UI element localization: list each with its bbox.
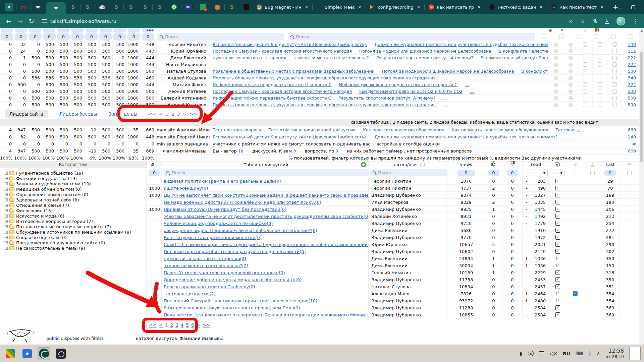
topic-link[interactable]: Должен ли журналист помогать или участво…: [375, 42, 548, 47]
leader-name[interactable]: Юрий Юрченко: [157, 48, 210, 54]
catalog-item[interactable]: +Законы и судебная система (10): [0, 181, 146, 186]
leaders-filter-input[interactable]: 0: [113, 33, 126, 41]
edit-check-icon[interactable]: ✓: [555, 221, 560, 226]
topic-link[interactable]: Должен ли журналист помогать или участво…: [375, 134, 558, 139]
edit-check-icon[interactable]: ✓: [555, 249, 560, 254]
leader-name[interactable]: Валерий Хотиненко: [157, 95, 210, 101]
browser-tab-4[interactable]: Якак написать гр✕: [425, 0, 485, 14]
row-checkbox[interactable]: [612, 82, 617, 87]
browser-tab-5[interactable]: Тест-кейс: задач✕: [485, 0, 547, 14]
filter-checkbox[interactable]: [629, 35, 633, 39]
edit-check-icon[interactable]: ✓: [555, 305, 560, 310]
catalog-item[interactable]: +Познавательные не научные вопросы (7): [0, 224, 146, 229]
discussion-link[interactable]: Я бы доказал квантовую запутанность прощ…: [164, 305, 300, 310]
topic-link[interactable]: …: [444, 75, 449, 80]
new-tab-button[interactable]: +: [613, 3, 619, 11]
radio-circle[interactable]: [569, 76, 573, 80]
last-link[interactable]: 669: [628, 148, 636, 154]
leaders-filter-input[interactable]: 0: [57, 33, 70, 41]
radio-circle[interactable]: [569, 103, 573, 107]
row-checkbox[interactable]: [612, 42, 617, 47]
expand-plus-icon[interactable]: +: [5, 215, 8, 218]
expand-plus-icon[interactable]: +: [5, 220, 8, 223]
catalog-item[interactable]: +Здоровье и познай себя (8): [0, 197, 146, 202]
catalog-item[interactable]: +Обсуждение источников по внешним ссылка…: [0, 229, 146, 235]
simplex-favicon[interactable]: [139, 1, 152, 13]
forward-button[interactable]: →: [17, 17, 23, 25]
topic-link[interactable]: Вспомогательный диспут 9 к диспуту «Анти…: [213, 134, 367, 139]
row-checkbox[interactable]: [598, 69, 602, 73]
leader-name[interactable]: Дима Ржевский: [157, 55, 210, 61]
row-checkbox[interactable]: [583, 103, 587, 107]
topic-link[interactable]: появление в общественных местах с призна…: [213, 69, 375, 74]
scrollbar-thumb[interactable]: [640, 52, 643, 162]
row-checkbox[interactable]: [583, 89, 587, 94]
row-checkbox[interactable]: [598, 62, 602, 67]
tab-search-chevron-icon[interactable]: ∨: [3, 1, 15, 13]
leaders-filter-input[interactable]: 0: [71, 33, 84, 41]
row-checkbox[interactable]: [612, 49, 617, 53]
page-scrollbar[interactable]: ▲: [639, 28, 644, 345]
column-header-partial[interactable]: [57, 28, 69, 33]
row-checkbox[interactable]: [598, 96, 602, 100]
discussions-page-<[interactable]: <: [159, 322, 163, 328]
discussion-link[interactable]: ЦБ РФ не выполняет свои конституционные …: [164, 193, 368, 198]
filter-funnel-icon[interactable]: [549, 162, 566, 167]
topic-link[interactable]: …: [565, 134, 570, 139]
radio-circle[interactable]: [554, 56, 558, 60]
row-checkbox[interactable]: [598, 42, 602, 47]
row-checkbox[interactable]: [583, 96, 587, 100]
inline-link[interactable]: 0: [335, 148, 338, 154]
browser-tab-6[interactable]: ✦Как писать тест✕: [547, 0, 608, 14]
topic-link[interactable]: Результаты спортсменов растут. А почему?: [338, 96, 435, 101]
leader-name[interactable]: Андрей Кодылев: [157, 75, 210, 81]
leaders-name-search[interactable]: Поиск: [157, 33, 284, 41]
flag-icon[interactable]: ⚐: [555, 263, 560, 268]
radio-circle[interactable]: [569, 43, 573, 47]
expand-plus-icon[interactable]: +: [5, 177, 8, 180]
discussions-page-6[interactable]: 6: [191, 322, 194, 328]
last-filter[interactable]: 0: [604, 170, 616, 176]
discussion-link[interactable]: Половые партнеры обязательно разрушатся …: [164, 249, 306, 254]
colander-favicon[interactable]: [32, 1, 44, 13]
flag-color-icon[interactable]: [595, 28, 599, 32]
row-checkbox[interactable]: [583, 69, 587, 73]
topic-link[interactable]: Погоня за модной или шикарной маркой не …: [359, 49, 491, 54]
simplex-favicon[interactable]: [110, 1, 123, 13]
window-restore-button[interactable]: [631, 5, 635, 9]
leader-name[interactable]: Георгий Никитин: [157, 41, 210, 48]
row-checkbox[interactable]: [612, 89, 617, 94]
last-link[interactable]: 340: [628, 75, 636, 80]
row-checkbox[interactable]: [598, 56, 602, 60]
tab-close-icon[interactable]: ✕: [539, 5, 544, 10]
inline-link[interactable]: 18: [238, 148, 244, 154]
last-link[interactable]: 500: [628, 96, 636, 101]
topic-link[interactable]: Помогать больным чревато, ухудшается ген…: [213, 102, 437, 107]
starred-checkbox[interactable]: ✓: [573, 291, 578, 296]
window-minimize-button[interactable]: [618, 6, 623, 8]
edit-check-icon[interactable]: ✓: [555, 214, 560, 219]
row-checkbox[interactable]: [598, 76, 602, 80]
last-link[interactable]: 222: [628, 55, 636, 60]
author-checkbox[interactable]: [420, 163, 425, 167]
footer-link-username[interactable]: Фамилия Имявывы: [179, 336, 223, 341]
red-arc-favicon[interactable]: [17, 1, 30, 13]
column-header-partial[interactable]: [43, 28, 55, 33]
expand-plus-icon[interactable]: +: [5, 204, 8, 207]
radio-circle[interactable]: [554, 89, 558, 94]
row-checkbox[interactable]: [598, 49, 602, 53]
topic-link[interactable]: Вспомогательный диспут 9 к диспуту «Анти…: [213, 42, 367, 47]
row-checkbox[interactable]: [583, 42, 587, 47]
expand-plus-icon[interactable]: +: [5, 193, 8, 196]
expand-plus-icon[interactable]: +: [5, 225, 8, 228]
discussions-page-1[interactable]: 1: [165, 322, 168, 328]
radio-circle[interactable]: [569, 69, 573, 73]
discussion-link[interactable]: видимая политика Трампа и его реальные ц…: [164, 179, 281, 184]
topic-link[interactable]: чьи дети имеют право на 21% О2 и 0,04% С…: [359, 89, 463, 94]
search-icon[interactable]: ⌕: [573, 28, 575, 33]
leaders-filter-input[interactable]: 0: [1, 33, 13, 41]
topic-link[interactable]: этично ли менять гены человека?: [293, 55, 369, 60]
download-icon[interactable]: ↓: [605, 18, 609, 24]
green-target-favicon[interactable]: [168, 1, 180, 13]
taskbar-app-files[interactable]: ★: [21, 347, 34, 360]
